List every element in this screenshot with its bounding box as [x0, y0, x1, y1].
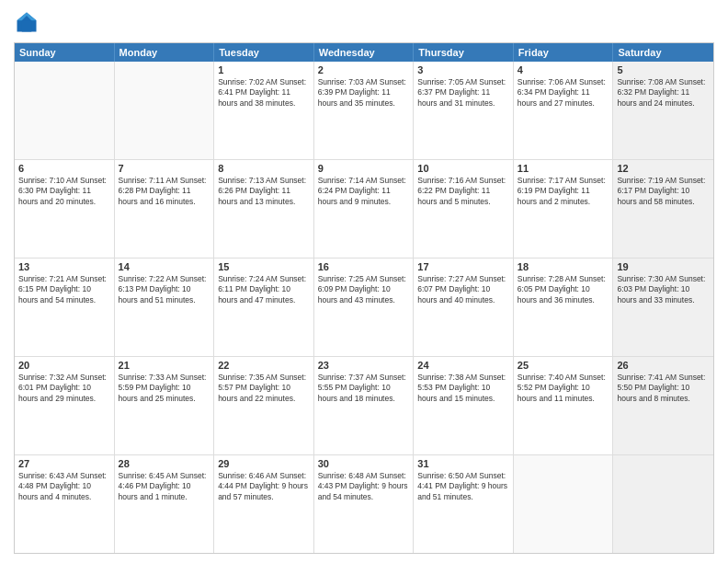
calendar-cell: 10Sunrise: 7:16 AM Sunset: 6:22 PM Dayli… — [414, 160, 514, 258]
calendar-cell: 24Sunrise: 7:38 AM Sunset: 5:53 PM Dayli… — [414, 357, 514, 454]
calendar-cell: 3Sunrise: 7:05 AM Sunset: 6:37 PM Daylig… — [414, 62, 514, 159]
calendar-cell: 28Sunrise: 6:45 AM Sunset: 4:46 PM Dayli… — [115, 455, 215, 553]
calendar-cell: 26Sunrise: 7:41 AM Sunset: 5:50 PM Dayli… — [613, 357, 713, 454]
cell-info: Sunrise: 7:40 AM Sunset: 5:52 PM Dayligh… — [518, 373, 609, 404]
calendar-cell: 29Sunrise: 6:46 AM Sunset: 4:44 PM Dayli… — [214, 455, 314, 553]
day-number: 30 — [318, 458, 410, 469]
calendar-cell: 23Sunrise: 7:37 AM Sunset: 5:55 PM Dayli… — [314, 357, 415, 454]
calendar-cell: 15Sunrise: 7:24 AM Sunset: 6:11 PM Dayli… — [214, 259, 314, 356]
cell-info: Sunrise: 7:22 AM Sunset: 6:13 PM Dayligh… — [119, 274, 210, 305]
calendar-cell — [15, 62, 115, 159]
day-number: 28 — [119, 458, 210, 469]
calendar-cell: 4Sunrise: 7:06 AM Sunset: 6:34 PM Daylig… — [514, 62, 614, 159]
logo-icon — [14, 9, 40, 35]
day-number: 9 — [318, 163, 410, 174]
day-number: 3 — [417, 64, 509, 75]
cell-info: Sunrise: 7:06 AM Sunset: 6:34 PM Dayligh… — [518, 77, 609, 109]
calendar-cell — [613, 455, 713, 553]
cell-info: Sunrise: 7:25 AM Sunset: 6:09 PM Dayligh… — [318, 274, 410, 305]
day-number: 18 — [518, 261, 609, 272]
calendar-cell: 19Sunrise: 7:30 AM Sunset: 6:03 PM Dayli… — [613, 259, 713, 356]
day-number: 21 — [119, 360, 210, 371]
cell-info: Sunrise: 7:08 AM Sunset: 6:32 PM Dayligh… — [617, 77, 710, 109]
cell-info: Sunrise: 6:43 AM Sunset: 4:48 PM Dayligh… — [18, 471, 110, 502]
header-day-friday: Friday — [514, 43, 614, 62]
day-number: 11 — [518, 163, 609, 174]
day-number: 24 — [417, 360, 509, 371]
calendar-row-4: 27Sunrise: 6:43 AM Sunset: 4:48 PM Dayli… — [15, 454, 713, 553]
cell-info: Sunrise: 6:48 AM Sunset: 4:43 PM Dayligh… — [318, 471, 410, 502]
day-number: 7 — [119, 163, 210, 174]
calendar-cell: 9Sunrise: 7:14 AM Sunset: 6:24 PM Daylig… — [314, 160, 415, 258]
day-number: 17 — [417, 261, 509, 272]
day-number: 20 — [18, 360, 110, 371]
day-number: 29 — [218, 458, 310, 469]
calendar-cell: 30Sunrise: 6:48 AM Sunset: 4:43 PM Dayli… — [314, 455, 415, 553]
day-number: 31 — [417, 458, 509, 469]
day-number: 8 — [218, 163, 310, 174]
calendar-cell: 14Sunrise: 7:22 AM Sunset: 6:13 PM Dayli… — [115, 259, 215, 356]
day-number: 25 — [518, 360, 609, 371]
cell-info: Sunrise: 7:17 AM Sunset: 6:19 PM Dayligh… — [518, 176, 609, 207]
cell-info: Sunrise: 6:46 AM Sunset: 4:44 PM Dayligh… — [218, 471, 310, 502]
day-number: 1 — [218, 64, 310, 75]
cell-info: Sunrise: 6:50 AM Sunset: 4:41 PM Dayligh… — [417, 471, 509, 502]
day-number: 6 — [18, 163, 110, 174]
cell-info: Sunrise: 7:19 AM Sunset: 6:17 PM Dayligh… — [617, 176, 710, 207]
day-number: 14 — [119, 261, 210, 272]
calendar-row-2: 13Sunrise: 7:21 AM Sunset: 6:15 PM Dayli… — [15, 258, 713, 356]
cell-info: Sunrise: 7:14 AM Sunset: 6:24 PM Dayligh… — [318, 176, 410, 207]
calendar-cell: 2Sunrise: 7:03 AM Sunset: 6:39 PM Daylig… — [314, 62, 415, 159]
cell-info: Sunrise: 7:38 AM Sunset: 5:53 PM Dayligh… — [417, 373, 509, 404]
logo — [14, 9, 43, 35]
cell-info: Sunrise: 7:32 AM Sunset: 6:01 PM Dayligh… — [18, 373, 110, 404]
day-number: 22 — [218, 360, 310, 371]
calendar-cell: 18Sunrise: 7:28 AM Sunset: 6:05 PM Dayli… — [514, 259, 614, 356]
day-number: 15 — [218, 261, 310, 272]
day-number: 16 — [318, 261, 410, 272]
calendar-row-3: 20Sunrise: 7:32 AM Sunset: 6:01 PM Dayli… — [15, 356, 713, 454]
calendar-cell: 31Sunrise: 6:50 AM Sunset: 4:41 PM Dayli… — [414, 455, 514, 553]
calendar-cell: 16Sunrise: 7:25 AM Sunset: 6:09 PM Dayli… — [314, 259, 415, 356]
calendar-cell: 5Sunrise: 7:08 AM Sunset: 6:32 PM Daylig… — [613, 62, 713, 159]
cell-info: Sunrise: 7:21 AM Sunset: 6:15 PM Dayligh… — [18, 274, 110, 305]
cell-info: Sunrise: 7:37 AM Sunset: 5:55 PM Dayligh… — [318, 373, 410, 404]
cell-info: Sunrise: 7:35 AM Sunset: 5:57 PM Dayligh… — [218, 373, 310, 404]
calendar-cell: 11Sunrise: 7:17 AM Sunset: 6:19 PM Dayli… — [514, 160, 614, 258]
calendar-cell: 22Sunrise: 7:35 AM Sunset: 5:57 PM Dayli… — [214, 357, 314, 454]
calendar-cell: 20Sunrise: 7:32 AM Sunset: 6:01 PM Dayli… — [15, 357, 115, 454]
calendar-cell: 6Sunrise: 7:10 AM Sunset: 6:30 PM Daylig… — [15, 160, 115, 258]
header-day-wednesday: Wednesday — [314, 43, 415, 62]
header-day-sunday: Sunday — [15, 43, 115, 62]
cell-info: Sunrise: 7:27 AM Sunset: 6:07 PM Dayligh… — [417, 274, 509, 305]
cell-info: Sunrise: 7:30 AM Sunset: 6:03 PM Dayligh… — [617, 274, 710, 305]
calendar-cell: 13Sunrise: 7:21 AM Sunset: 6:15 PM Dayli… — [15, 259, 115, 356]
page: SundayMondayTuesdayWednesdayThursdayFrid… — [0, 0, 728, 563]
cell-info: Sunrise: 6:45 AM Sunset: 4:46 PM Dayligh… — [119, 471, 210, 502]
calendar-cell: 27Sunrise: 6:43 AM Sunset: 4:48 PM Dayli… — [15, 455, 115, 553]
day-number: 27 — [18, 458, 110, 469]
header-day-monday: Monday — [115, 43, 215, 62]
calendar-row-0: 1Sunrise: 7:02 AM Sunset: 6:41 PM Daylig… — [15, 62, 713, 159]
day-number: 13 — [18, 261, 110, 272]
calendar-cell: 7Sunrise: 7:11 AM Sunset: 6:28 PM Daylig… — [115, 160, 215, 258]
header-day-tuesday: Tuesday — [214, 43, 314, 62]
calendar-cell: 1Sunrise: 7:02 AM Sunset: 6:41 PM Daylig… — [214, 62, 314, 159]
cell-info: Sunrise: 7:24 AM Sunset: 6:11 PM Dayligh… — [218, 274, 310, 305]
calendar-body: 1Sunrise: 7:02 AM Sunset: 6:41 PM Daylig… — [15, 62, 713, 553]
header-day-thursday: Thursday — [414, 43, 514, 62]
calendar-cell: 12Sunrise: 7:19 AM Sunset: 6:17 PM Dayli… — [613, 160, 713, 258]
calendar-row-1: 6Sunrise: 7:10 AM Sunset: 6:30 PM Daylig… — [15, 159, 713, 258]
day-number: 12 — [617, 163, 710, 174]
calendar: SundayMondayTuesdayWednesdayThursdayFrid… — [14, 42, 714, 554]
cell-info: Sunrise: 7:11 AM Sunset: 6:28 PM Dayligh… — [119, 176, 210, 207]
cell-info: Sunrise: 7:28 AM Sunset: 6:05 PM Dayligh… — [518, 274, 609, 305]
cell-info: Sunrise: 7:13 AM Sunset: 6:26 PM Dayligh… — [218, 176, 310, 207]
day-number: 2 — [318, 64, 410, 75]
calendar-cell: 8Sunrise: 7:13 AM Sunset: 6:26 PM Daylig… — [214, 160, 314, 258]
calendar-cell — [514, 455, 614, 553]
day-number: 4 — [518, 64, 609, 75]
cell-info: Sunrise: 7:03 AM Sunset: 6:39 PM Dayligh… — [318, 77, 410, 109]
cell-info: Sunrise: 7:10 AM Sunset: 6:30 PM Dayligh… — [18, 176, 110, 207]
cell-info: Sunrise: 7:02 AM Sunset: 6:41 PM Dayligh… — [218, 77, 310, 109]
